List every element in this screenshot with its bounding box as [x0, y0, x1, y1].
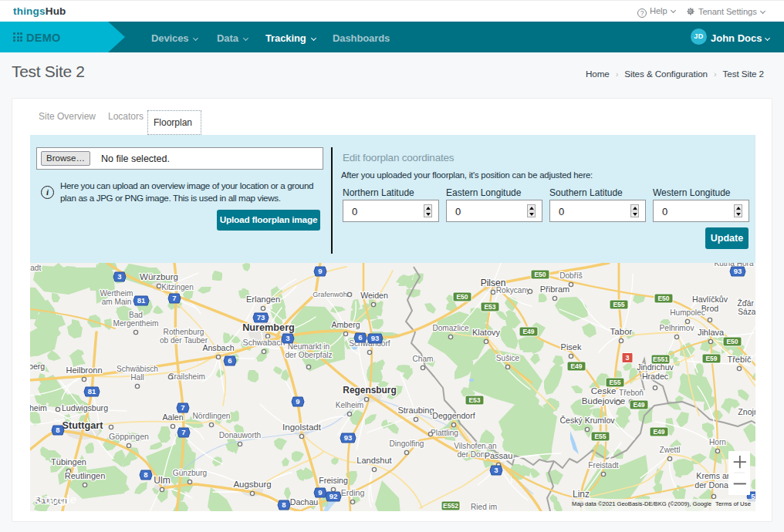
svg-text:Ulm: Ulm [154, 475, 170, 486]
svg-text:9: 9 [318, 267, 322, 275]
svg-text:Vilshofen an: Vilshofen an [454, 442, 496, 450]
svg-text:Erding: Erding [341, 488, 365, 497]
svg-text:Jihlava: Jihlava [698, 328, 725, 337]
svg-text:Crailsheim: Crailsheim [168, 372, 205, 381]
svg-text:rzheim: rzheim [30, 403, 47, 412]
svg-text:der Oberpfalz: der Oberpfalz [285, 351, 332, 359]
svg-text:Schwabach: Schwabach [243, 338, 286, 347]
svg-text:Plattling: Plattling [431, 429, 458, 437]
svg-text:Krems an: Krems an [696, 471, 731, 480]
svg-text:E552: E552 [443, 502, 458, 510]
svg-text:81: 81 [137, 296, 146, 305]
svg-text:Pisek: Pisek [561, 342, 582, 352]
svg-text:am Main: am Main [102, 298, 132, 306]
svg-text:Deggendorf: Deggendorf [432, 411, 475, 420]
svg-text:7: 7 [181, 403, 184, 412]
svg-text:E55: E55 [613, 301, 624, 308]
svg-text:E55: E55 [609, 379, 620, 386]
svg-text:Dachau: Dachau [290, 497, 319, 507]
svg-text:92: 92 [329, 492, 338, 500]
svg-text:der Donau: der Donau [694, 480, 733, 490]
svg-text:Sušice: Sušice [496, 354, 520, 362]
svg-text:Třeboň: Třeboň [619, 389, 644, 397]
svg-text:Ansbach: Ansbach [202, 343, 234, 352]
svg-text:3: 3 [286, 334, 289, 342]
svg-text:E50: E50 [726, 338, 738, 345]
svg-text:Rothenburg: Rothenburg [164, 328, 204, 336]
svg-text:Kitzingen: Kitzingen [161, 283, 194, 291]
svg-text:Dobříš: Dobříš [559, 271, 583, 280]
svg-text:Ried im: Ried im [471, 503, 497, 511]
svg-text:E50: E50 [456, 293, 468, 301]
svg-text:Hradec: Hradec [642, 372, 669, 381]
svg-text:8: 8 [282, 500, 286, 509]
svg-text:8: 8 [56, 426, 59, 434]
svg-text:93: 93 [371, 334, 380, 342]
svg-text:6: 6 [228, 356, 231, 365]
svg-text:Sázavou: Sázavou [738, 308, 755, 316]
svg-text:Humpolec: Humpolec [670, 308, 705, 317]
svg-text:Donauworth: Donauworth [219, 431, 261, 439]
svg-text:7: 7 [172, 294, 176, 302]
svg-text:Aalen: Aalen [162, 412, 183, 422]
svg-text:Tabor: Tabor [610, 327, 633, 336]
svg-text:Freising: Freising [319, 476, 348, 485]
svg-text:3: 3 [494, 466, 498, 474]
svg-text:Schwäbisch: Schwäbisch [117, 365, 158, 373]
svg-text:Günzburg: Günzburg [173, 469, 207, 477]
svg-text:8: 8 [144, 470, 147, 479]
svg-text:Havlíčkův: Havlíčkův [692, 295, 728, 304]
svg-text:Tübingen: Tübingen [51, 457, 86, 466]
svg-text:Linz: Linz [573, 489, 590, 500]
svg-text:6: 6 [358, 333, 362, 342]
svg-text:E53: E53 [468, 396, 480, 404]
svg-text:Pelhrimov: Pelhrimov [660, 324, 695, 332]
svg-text:Würzburg: Würzburg [140, 272, 178, 281]
svg-text:Český Krumlov: Český Krumlov [559, 416, 615, 425]
svg-text:Stuttgart: Stuttgart [63, 420, 104, 431]
svg-text:Bad: Bad [129, 311, 143, 319]
svg-text:Grafenwöhr: Grafenwöhr [313, 291, 350, 298]
svg-text:3: 3 [625, 354, 629, 362]
svg-text:3: 3 [117, 272, 121, 281]
svg-text:Přibram: Přibram [540, 285, 570, 294]
svg-text:Neumarkt in: Neumarkt in [288, 342, 329, 351]
svg-text:Straubing: Straubing [397, 406, 434, 415]
svg-text:ob der Tauber: ob der Tauber [160, 336, 208, 345]
svg-text:Reutlingen: Reutlingen [65, 471, 106, 480]
svg-text:Domazlice: Domazlice [432, 324, 469, 332]
svg-text:81: 81 [88, 387, 96, 396]
svg-text:E49: E49 [570, 362, 582, 370]
svg-text:Weiden: Weiden [360, 291, 388, 300]
svg-text:Dingolfing: Dingolfing [390, 439, 424, 448]
svg-text:Amberg: Amberg [331, 320, 360, 329]
svg-text:E53: E53 [484, 303, 495, 311]
svg-text:Zwettl: Zwettl [660, 446, 681, 454]
svg-text:E49: E49 [633, 401, 644, 409]
svg-text:Ceske: Ceske [591, 386, 617, 396]
svg-text:Znojmo: Znojmo [738, 407, 755, 416]
svg-text:Augsburg: Augsburg [233, 480, 271, 489]
svg-text:7: 7 [181, 428, 185, 436]
svg-text:Heidelberg: Heidelberg [30, 362, 45, 371]
svg-text:Kelheim: Kelheim [336, 401, 363, 409]
svg-text:Nördlingen: Nördlingen [193, 412, 231, 420]
svg-text:E49: E49 [653, 428, 664, 436]
svg-text:Neustadt: Neustadt [30, 264, 41, 272]
svg-text:Cham: Cham [413, 355, 434, 363]
svg-text:Heilbronn: Heilbronn [66, 365, 102, 375]
svg-text:Erlangen: Erlangen [246, 295, 280, 304]
svg-text:Klatovy: Klatovy [472, 328, 501, 337]
svg-text:E50: E50 [534, 271, 546, 278]
svg-text:9: 9 [296, 397, 299, 406]
svg-text:Passau: Passau [485, 451, 513, 460]
svg-text:E49: E49 [522, 328, 534, 335]
svg-text:Landshut: Landshut [357, 456, 391, 465]
svg-text:Mergentheim: Mergentheim [113, 319, 159, 328]
svg-text:Wertheim: Wertheim [100, 289, 133, 298]
svg-text:Žďár nad: Žďár nad [738, 298, 756, 308]
svg-text:Google: Google [35, 493, 77, 506]
svg-text:Ludwigsburg: Ludwigsburg [62, 403, 108, 412]
svg-text:Nuremberg: Nuremberg [242, 322, 295, 333]
svg-text:E59: E59 [705, 355, 717, 362]
